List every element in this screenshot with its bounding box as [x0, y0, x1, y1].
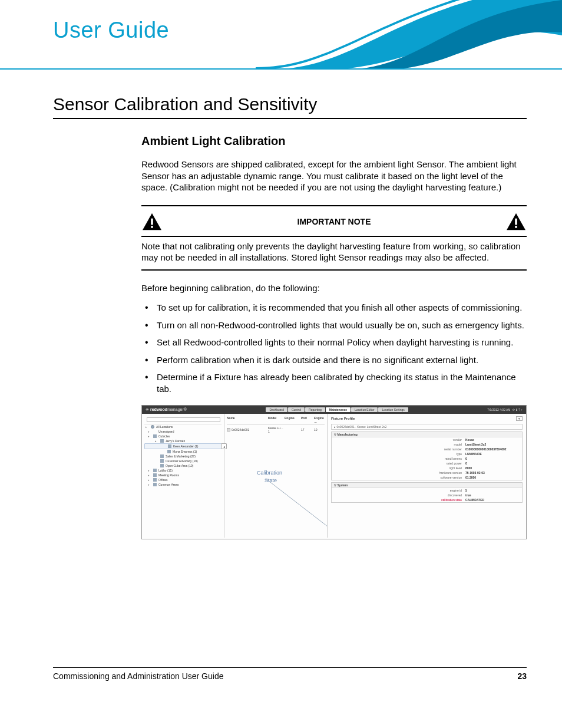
folder-icon	[160, 459, 164, 463]
panel-title: Fixture Profile	[331, 417, 355, 420]
folder-icon	[160, 464, 164, 467]
important-note-block: IMPORTANT NOTE Note that not calibrating…	[141, 205, 527, 271]
svg-rect-2	[515, 218, 517, 225]
fixture-icon	[227, 428, 230, 431]
tree-item[interactable]: ▸ Offices	[144, 477, 222, 482]
section-heading: Sensor Calibration and Sensitivity	[53, 94, 527, 114]
property-row: discoveredtrue	[332, 493, 522, 498]
fixture-breadcrumb: ▸ 0x0024de001 - Kesse: LumiSheet 2x2	[331, 424, 523, 430]
property-row: engine id5	[332, 488, 522, 493]
page-footer: Commissioning and Administration User Gu…	[53, 671, 527, 681]
bullet-item: Perform calibration when it is dark outs…	[157, 354, 527, 366]
guide-title: User Guide	[53, 18, 169, 43]
tree-item[interactable]: ▸ Meeting Rooms	[144, 473, 222, 477]
svg-rect-1	[151, 226, 153, 228]
property-row: serial number0100000000001000037804092	[332, 447, 522, 452]
tab-location-editor[interactable]: Location Editor	[351, 407, 378, 412]
before-paragraph: Before beginning calibration, do the fol…	[141, 282, 527, 294]
bullet-list: To set up for calibration, it is recomme…	[157, 302, 527, 394]
svg-rect-0	[151, 218, 153, 225]
subsection-heading: Ambient Light Calibration	[141, 134, 527, 148]
bullet-item: Determine if a Fixture has already been …	[157, 371, 527, 394]
app-tabs: Dashboard Control Reporting Maintenance …	[266, 407, 408, 412]
col-model[interactable]: Model	[268, 416, 285, 423]
bullet-item: Turn on all non-Redwood-controlled light…	[157, 319, 527, 331]
folder-icon	[153, 434, 157, 438]
heading-rule	[53, 118, 527, 119]
folder-icon	[153, 478, 157, 482]
panel-dropdown-icon[interactable]: ▾	[516, 416, 523, 421]
folder-icon	[167, 450, 171, 453]
footer-title: Commissioning and Administration User Gu…	[53, 671, 223, 681]
folder-icon	[153, 473, 157, 477]
content-area: Sensor Calibration and Sensitivity Ambie…	[53, 94, 527, 539]
property-row: hardware version75-1003-02-03	[332, 470, 522, 475]
property-row: light level8000	[332, 466, 522, 470]
tree-item[interactable]: Customer Advocacy (19)	[144, 459, 222, 463]
warning-icon	[505, 212, 527, 231]
folder-icon	[168, 444, 171, 448]
page-number: 23	[517, 671, 527, 681]
footer-rule	[53, 667, 527, 668]
col-engine2[interactable]: Engine …	[314, 416, 327, 423]
app-titlebar: ✳ redwoodmanager® Dashboard Control Repo…	[142, 406, 526, 414]
property-row: rated lumens0	[332, 456, 522, 461]
tab-reporting[interactable]: Reporting	[305, 407, 325, 412]
embedded-screenshot: ✳ redwoodmanager® Dashboard Control Repo…	[141, 405, 527, 539]
tab-dashboard[interactable]: Dashboard	[266, 407, 287, 412]
section-manufacturing[interactable]: ▽ Manufacturing	[332, 432, 522, 437]
table-row[interactable]: 0x0024de001 Kesse Lu… 1 17 10	[227, 425, 325, 434]
property-row: vendorKesse	[332, 437, 522, 442]
globe-icon	[151, 425, 154, 429]
tree-item[interactable]: Mona Erasmus (1)	[144, 449, 222, 454]
header-rule	[0, 68, 562, 70]
property-row: software version01.3000	[332, 475, 522, 480]
app-brand: ✳ redwoodmanager®	[146, 407, 187, 412]
bullet-item: Set all Redwood-controlled lights to the…	[157, 337, 527, 348]
folder-icon	[153, 469, 157, 472]
property-row: typeLUMINAIRE	[332, 452, 522, 456]
tab-location-settings[interactable]: Location Settings	[378, 407, 408, 412]
tree-item[interactable]: ▸ Cubicles	[144, 434, 222, 439]
tree-item[interactable]: Kees Alexander (1)	[144, 443, 222, 449]
tree-search-input[interactable]	[147, 417, 220, 422]
warning-icon	[141, 212, 163, 231]
folder-icon	[153, 430, 157, 433]
col-port[interactable]: Port	[301, 416, 314, 423]
folder-icon	[160, 454, 164, 458]
fixture-table: Name Model Engine Port Engine … 0x0024de…	[224, 414, 328, 538]
tree-item[interactable]: ▸ Unassigned	[144, 429, 222, 434]
col-name[interactable]: Name	[227, 416, 268, 423]
annotation-label: Calibration	[257, 470, 282, 476]
tree-item[interactable]: ▸ Lobby (11)	[144, 468, 222, 473]
collapse-handle-icon[interactable]: ◂	[221, 443, 227, 449]
tree-item[interactable]: ▸ Jerry's Domain	[144, 439, 222, 443]
svg-line-4	[266, 479, 327, 529]
fixture-profile-panel: Fixture Profile ▾ ▸ 0x0024de001 - Kesse:…	[328, 414, 526, 538]
tree-item[interactable]: Sales & Marketing (27)	[144, 454, 222, 459]
tab-control[interactable]: Control	[288, 407, 305, 412]
col-engine[interactable]: Engine	[285, 416, 301, 423]
property-row: rated power0	[332, 461, 522, 466]
header-swoosh-graphic	[256, 0, 562, 71]
tree-item[interactable]: ▸ Common Areas	[144, 482, 222, 487]
property-row: modelLumiSheet 2x2	[332, 442, 522, 447]
bullet-item: To set up for calibration, it is recomme…	[157, 302, 527, 314]
location-tree[interactable]: ▸ All Locations▸ Unassigned▸ Cubicles▸ J…	[142, 414, 224, 538]
svg-rect-3	[515, 226, 517, 228]
property-row: calibration stateCALIBRATED	[332, 498, 522, 502]
annotation-label: State	[265, 477, 277, 483]
page-header: User Guide	[0, 0, 562, 71]
intro-paragraph: Redwood Sensors are shipped calibrated, …	[141, 159, 527, 193]
tree-item[interactable]: ▸ All Locations	[144, 424, 222, 429]
tab-maintenance[interactable]: Maintenance	[326, 407, 351, 412]
folder-icon	[153, 483, 157, 486]
section-system[interactable]: ▽ System	[332, 483, 522, 488]
note-body: Note that not calibrating only prevents …	[141, 237, 527, 269]
tree-item[interactable]: Open Cube Area (10)	[144, 463, 222, 468]
folder-icon	[160, 439, 164, 443]
app-clock: 7/9/2012 4:02 AM⟳ ⬇ ? ↑	[487, 408, 523, 411]
note-title: IMPORTANT NOTE	[163, 217, 505, 226]
